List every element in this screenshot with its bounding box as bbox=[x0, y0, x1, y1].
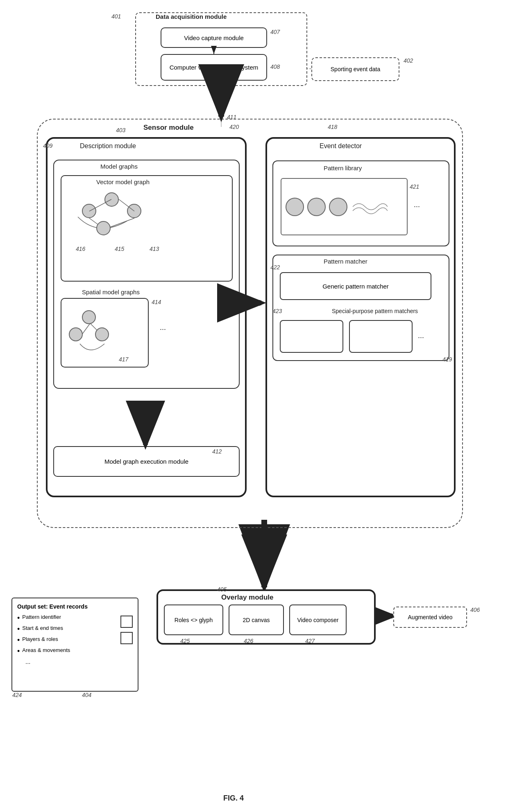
ref-403: 403 bbox=[116, 127, 125, 133]
roles-glyph-box: Roles <> glyph bbox=[164, 604, 223, 635]
vector-model-graph-label: Vector model graph bbox=[96, 178, 150, 185]
ref-425: 425 bbox=[180, 638, 190, 644]
data-acquisition-module: Video capture module Computer vision tra… bbox=[135, 12, 307, 86]
output-item-2-text: Start & end times bbox=[22, 625, 63, 631]
pattern-circle-1 bbox=[286, 198, 304, 216]
ref-404: 404 bbox=[82, 692, 91, 698]
fig-label: FIG. 4 bbox=[223, 794, 244, 803]
pattern-circle-3 bbox=[329, 198, 347, 216]
ref-417: 417 bbox=[119, 356, 128, 363]
output-item-3: • Players & roles bbox=[17, 636, 116, 645]
spatial-ellipsis: ... bbox=[160, 323, 166, 332]
model-graph-exec-box: Model graph execution module bbox=[53, 446, 240, 477]
ref-411: 411 bbox=[227, 114, 236, 120]
sporting-event-label: Sporting event data bbox=[331, 66, 380, 72]
ref-402: 402 bbox=[404, 57, 413, 64]
pattern-matcher-label: Pattern matcher bbox=[324, 258, 367, 265]
roles-glyph-label: Roles <> glyph bbox=[175, 617, 213, 623]
generic-pattern-box: Generic pattern matcher bbox=[280, 272, 431, 300]
special-purpose-label: Special-purpose pattern matchers bbox=[332, 308, 418, 314]
ref-406: 406 bbox=[470, 607, 480, 613]
sporting-event-box: Sporting event data bbox=[311, 57, 399, 81]
ref-420: 420 bbox=[229, 124, 239, 130]
ref-419: 419 bbox=[442, 356, 452, 363]
data-acq-title: Data acquisition module bbox=[156, 13, 227, 20]
ref-415: 415 bbox=[115, 246, 124, 252]
wavy-line bbox=[351, 196, 388, 217]
node-circle-2 bbox=[104, 192, 119, 207]
ref-413: 413 bbox=[150, 246, 159, 252]
ref-422: 422 bbox=[270, 264, 280, 271]
sensor-module-title: Sensor module bbox=[143, 124, 194, 132]
ref-424: 424 bbox=[12, 692, 22, 698]
ref-414: 414 bbox=[152, 299, 161, 305]
special-purpose-box-2 bbox=[349, 320, 413, 353]
ref-409: 409 bbox=[43, 142, 52, 149]
output-item-1: • Pattern identifier bbox=[17, 614, 116, 623]
special-purpose-box-1 bbox=[280, 320, 343, 353]
output-item-4: • Areas & movements bbox=[17, 647, 116, 656]
special-purpose-ellipsis: ... bbox=[418, 332, 424, 340]
ref-401: 401 bbox=[111, 13, 121, 20]
output-square-2 bbox=[120, 632, 133, 644]
augmented-video-label: Augmented video bbox=[408, 614, 453, 620]
ref-426: 426 bbox=[244, 638, 253, 644]
pattern-library-label: Pattern library bbox=[324, 165, 362, 171]
pattern-lib-ellipsis: ... bbox=[414, 201, 420, 209]
model-graph-exec-label: Model graph execution module bbox=[104, 458, 188, 465]
video-composer-box: Video composer bbox=[289, 604, 347, 635]
vector-model-graph-box bbox=[61, 175, 233, 282]
desc-module-label: Description module bbox=[80, 142, 136, 150]
video-composer-label: Video composer bbox=[297, 617, 339, 623]
pattern-circle-2 bbox=[307, 198, 326, 216]
output-square-1 bbox=[120, 616, 133, 628]
ref-407: 407 bbox=[270, 29, 280, 35]
canvas-2d-box: 2D canvas bbox=[229, 604, 284, 635]
ref-412: 412 bbox=[212, 448, 222, 455]
ref-418: 418 bbox=[328, 124, 337, 130]
overlay-module-label: Overlay module bbox=[221, 593, 274, 602]
output-item-1-text: Pattern identifier bbox=[22, 614, 61, 620]
diagram-container: Video capture module Computer vision tra… bbox=[0, 0, 508, 812]
ref-427: 427 bbox=[305, 638, 315, 644]
output-item-3-text: Players & roles bbox=[22, 636, 58, 642]
ref-408: 408 bbox=[270, 63, 280, 70]
output-ellipsis: ... bbox=[25, 658, 31, 665]
inner-arrow-svg bbox=[136, 13, 306, 85]
ref-416: 416 bbox=[76, 246, 85, 252]
output-set-box: Output set: Event records • Pattern iden… bbox=[11, 598, 138, 692]
spatial-node-top bbox=[82, 310, 96, 324]
output-item-4-text: Areas & movements bbox=[22, 647, 70, 653]
output-set-title: Output set: Event records bbox=[17, 603, 133, 610]
node-circle-4 bbox=[96, 221, 111, 235]
canvas-2d-label: 2D canvas bbox=[243, 617, 270, 623]
model-graphs-label: Model graphs bbox=[100, 163, 138, 170]
spatial-node-bl bbox=[69, 327, 83, 341]
event-detector-label: Event detector bbox=[320, 142, 362, 150]
ref-405: 405 bbox=[217, 586, 227, 593]
node-circle-1 bbox=[82, 204, 96, 218]
output-item-2: • Start & end times bbox=[17, 625, 116, 634]
pattern-library-inner bbox=[281, 178, 408, 235]
generic-pattern-label: Generic pattern matcher bbox=[322, 283, 389, 290]
spatial-model-graphs-label: Spatial model graphs bbox=[82, 289, 140, 295]
ref-421: 421 bbox=[410, 183, 419, 190]
node-circle-3 bbox=[127, 204, 141, 218]
augmented-video-box: Augmented video bbox=[393, 607, 467, 628]
ref-423: 423 bbox=[272, 308, 282, 314]
spatial-node-br bbox=[95, 327, 109, 341]
